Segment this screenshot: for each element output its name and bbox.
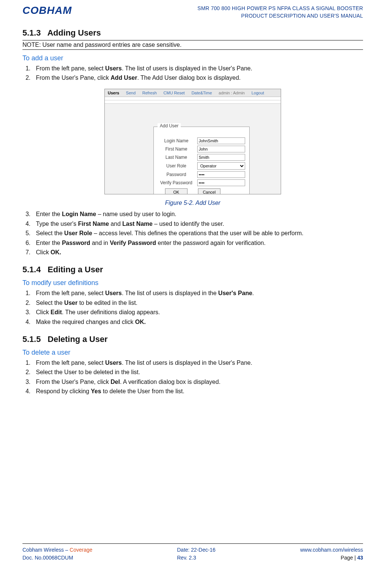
- footer-coverage: Coverage: [70, 547, 92, 553]
- add-user-steps-part1: From the left pane, select Users. The li…: [22, 64, 363, 82]
- section-heading-5-1-3: 5.1.3 Adding Users: [22, 28, 363, 38]
- screenshot-strip-1: [105, 97, 281, 100]
- step-4: Respond by clicking Yes to delete the Us…: [32, 387, 363, 395]
- screenshot-strip-2: [105, 100, 281, 104]
- subhead-add-user: To add a user: [22, 54, 363, 62]
- header-line-1: SMR 700 800 HIGH POWER PS NFPA CLASS A S…: [198, 4, 363, 12]
- step-3: From the User's Pane, click Del. A verif…: [32, 378, 363, 386]
- section-heading-5-1-5: 5.1.5 Deleting a User: [22, 334, 363, 344]
- page-header: COBHAM SMR 700 800 HIGH POWER PS NFPA CL…: [22, 4, 363, 20]
- footer-company: Cobham Wireless –: [22, 547, 70, 553]
- step-1: From the left pane, select Users. The li…: [32, 289, 363, 297]
- tb-send: Send: [126, 91, 136, 95]
- footer-left: Cobham Wireless – Coverage Doc. No.00068…: [22, 546, 92, 562]
- last-name-input[interactable]: [197, 154, 245, 161]
- footer-right: www.cobham.com/wireless Page | 43: [300, 546, 363, 562]
- tb-admin: admin : Admin: [219, 91, 245, 95]
- section-number: 5.1.4: [22, 265, 41, 274]
- step-3: Enter the Login Name – name used by user…: [32, 210, 363, 218]
- user-role-label: User Role: [158, 163, 195, 169]
- section-number: 5.1.5: [22, 334, 41, 344]
- step-2: From the User's Pane, click Add User. Th…: [32, 74, 363, 82]
- tb-refresh: Refresh: [142, 91, 157, 95]
- step-1: From the left pane, select Users. The li…: [32, 64, 363, 73]
- tb-cmu-reset: CMU Reset: [164, 91, 185, 95]
- verify-password-input[interactable]: [197, 179, 245, 186]
- footer-rev: Rev. 2.3: [177, 554, 216, 562]
- header-line-2: PRODUCT DESCRIPTION AND USER'S MANUAL: [198, 12, 363, 19]
- tb-datetime: Date&Time: [192, 91, 212, 95]
- login-name-input[interactable]: [197, 137, 245, 144]
- verify-password-label: Verify Password: [158, 180, 195, 185]
- header-doc-title: SMR 700 800 HIGH POWER PS NFPA CLASS A S…: [198, 4, 363, 20]
- brand-logo: COBHAM: [22, 4, 72, 16]
- step-2: Select the User to be deleted in the lis…: [32, 368, 363, 376]
- figure-caption: Figure 5-2. Add User: [22, 200, 363, 206]
- cancel-button[interactable]: Cancel: [198, 188, 220, 194]
- last-name-label: Last Name: [158, 155, 195, 160]
- page-footer: Cobham Wireless – Coverage Doc. No.00068…: [22, 543, 363, 562]
- step-5: Select the User Role – access level. Thi…: [32, 229, 363, 237]
- step-3: Click Edit. The user definitions dialog …: [32, 308, 363, 316]
- user-role-select[interactable]: Operator: [197, 162, 245, 170]
- step-6: Enter the Password and in Verify Passwor…: [32, 239, 363, 247]
- footer-url: www.cobham.com/wireless: [300, 546, 363, 554]
- subhead-edit-user: To modify user definitions: [22, 279, 363, 287]
- edit-user-steps: From the left pane, select Users. The li…: [22, 289, 363, 326]
- first-name-label: First Name: [158, 146, 195, 152]
- section-title: Adding Users: [47, 28, 101, 37]
- footer-mid: Date: 22-Dec-16 Rev. 2.3: [177, 546, 216, 562]
- dialog-legend: Add User: [158, 123, 181, 128]
- first-name-input[interactable]: [197, 146, 245, 152]
- footer-doc-no: Doc. No.00068CDUM: [22, 554, 92, 562]
- section-heading-5-1-4: 5.1.4 Editing a User: [22, 265, 363, 275]
- add-user-steps-part2: Enter the Login Name – name used by user…: [22, 210, 363, 257]
- add-user-dialog: Add User Login Name First Name Last Name…: [153, 127, 250, 194]
- step-4: Make the required changes and click OK.: [32, 318, 363, 326]
- step-1: From the left pane, select Users. The li…: [32, 359, 363, 367]
- tb-logout: Logout: [252, 91, 264, 95]
- tb-users: Users: [108, 91, 119, 95]
- step-4: Type the user's First Name and Last Name…: [32, 220, 363, 228]
- section-number: 5.1.3: [22, 28, 41, 37]
- footer-date: Date: 22-Dec-16: [177, 546, 216, 554]
- ok-button[interactable]: OK: [165, 188, 188, 194]
- step-7: Click OK.: [32, 248, 363, 257]
- section-title: Editing a User: [48, 265, 103, 274]
- subhead-delete-user: To delete a user: [22, 349, 363, 357]
- section-title: Deleting a User: [48, 334, 107, 344]
- footer-page-number: 43: [357, 555, 363, 561]
- password-input[interactable]: [197, 171, 245, 178]
- password-label: Password: [158, 172, 195, 177]
- login-name-label: Login Name: [158, 138, 195, 143]
- note-case-sensitive: NOTE: User name and password entries are…: [22, 40, 363, 50]
- screenshot-toolbar: Users Send Refresh CMU Reset Date&Time a…: [105, 89, 281, 97]
- footer-page-label: Page |: [341, 555, 357, 561]
- delete-user-steps: From the left pane, select Users. The li…: [22, 359, 363, 396]
- add-user-screenshot: Users Send Refresh CMU Reset Date&Time a…: [104, 89, 281, 194]
- step-2: Select the User to be edited in the list…: [32, 299, 363, 307]
- figure-5-2: Users Send Refresh CMU Reset Date&Time a…: [22, 89, 363, 206]
